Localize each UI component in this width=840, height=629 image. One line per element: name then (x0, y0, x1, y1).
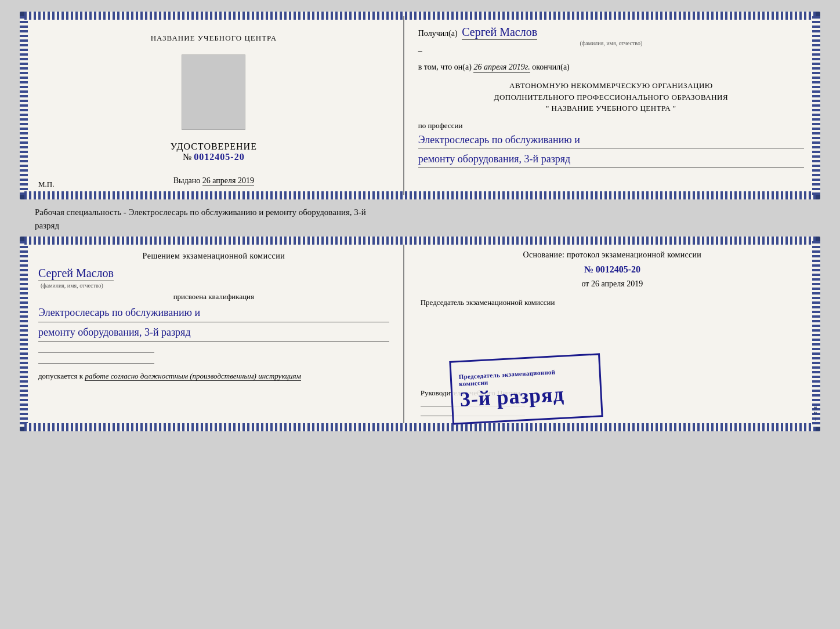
photo-placeholder (182, 54, 245, 130)
subtitle-line1: Рабочая специальность - Электрослесарь п… (35, 208, 828, 217)
fio-hint-top: (фамилия, имя, отчество) (418, 40, 804, 46)
ot-date: 26 апреля 2019 (591, 279, 643, 288)
org-name-top: НАЗВАНИЕ УЧЕБНОГО ЦЕНТРА (151, 34, 277, 43)
vtom-line: в том, что он(а) 26 апреля 2019г. окончи… (418, 63, 804, 73)
vtom-date: 26 апреля 2019г. (473, 63, 530, 73)
profession-line2: ремонту оборудования, 3-й разряд (418, 151, 804, 168)
vydano-date: 26 апреля 2019 (202, 176, 254, 186)
number-prefix: № (183, 152, 191, 162)
cert-bottom: Решением экзаменационной комиссии Сергей… (20, 237, 820, 431)
right-side-strip: и а ← (812, 241, 820, 427)
osnovanie-line: Основание: протокол экзаменационной коми… (421, 250, 804, 260)
ot-line: от 26 апреля 2019 (421, 279, 804, 289)
sig-line-1 (38, 352, 154, 352)
kvali-line1: Электрослесарь по обслуживанию и (38, 304, 389, 322)
vydano-label: Выдано (173, 176, 201, 185)
dopuskaetsya-line: допускается к работе согласно должностны… (38, 372, 389, 381)
prisvoena-line: присвоена квалификация (38, 292, 389, 301)
cert-number: 0012405-20 (194, 152, 244, 162)
udostoverenie-block: УДОСТОВЕРЕНИЕ № 0012405-20 (171, 141, 257, 162)
org-full-block: АВТОНОМНУЮ НЕКОММЕРЧЕСКУЮ ОРГАНИЗАЦИЮ ДО… (418, 80, 804, 114)
signature-lines (38, 352, 389, 363)
person-name-bottom: Сергей Маслов (38, 267, 114, 281)
po-professii-line: по профессии (418, 121, 804, 130)
udostoverenie-label: УДОСТОВЕРЕНИЕ (171, 141, 257, 152)
person-name-top: Сергей Маслов (462, 26, 537, 40)
cert-top-left-panel: НАЗВАНИЕ УЧЕБНОГО ЦЕНТРА УДОСТОВЕРЕНИЕ №… (24, 16, 404, 195)
org-line1: АВТОНОМНУЮ НЕКОММЕРЧЕСКУЮ ОРГАНИЗАЦИЮ (418, 80, 804, 92)
subtitle-block: Рабочая специальность - Электрослесарь п… (12, 204, 828, 232)
fio-hint-bottom: (фамилия, имя, отчество) (41, 282, 389, 289)
cert-top: НАЗВАНИЕ УЧЕБНОГО ЦЕНТРА УДОСТОВЕРЕНИЕ №… (20, 12, 820, 199)
border-bottom-left (20, 241, 28, 427)
vydano-line: Выдано 26 апреля 2019 (173, 176, 254, 186)
protocol-prefix: № (584, 264, 593, 274)
person-name-bottom-block: Сергей Маслов (фамилия, имя, отчество) (38, 267, 389, 289)
dopuskaetsya-label: допускается к (38, 372, 83, 380)
cert-bottom-right-panel: Основание: протокол экзаменационной коми… (404, 241, 816, 427)
cert-top-right-panel: Получил(а) Сергей Маслов (фамилия, имя, … (404, 16, 816, 195)
predsedatel-line: Председатель экзаменационной комиссии (421, 298, 804, 307)
document-container: НАЗВАНИЕ УЧЕБНОГО ЦЕНТРА УДОСТОВЕРЕНИЕ №… (12, 12, 828, 431)
poluchil-label: Получил(а) (418, 29, 458, 38)
protocol-number: № 0012405-20 (421, 264, 804, 275)
mp-label: М.П. (38, 180, 54, 189)
subtitle-line2: разряд (35, 221, 828, 231)
vtom-label: в том, что он(а) (418, 63, 472, 71)
cert-bottom-left-panel: Решением экзаменационной комиссии Сергей… (24, 241, 404, 427)
stamp: Председатель экзаменационной комиссии 3-… (449, 353, 603, 424)
po-professii-label: по профессии (418, 121, 463, 130)
profession-line1: Электрослесарь по обслуживанию и (418, 132, 804, 149)
kvali-line2: ремонту оборудования, 3-й разряд (38, 323, 389, 342)
sig-line-2 (38, 363, 154, 363)
dopusk-text: работе согласно должностным (производств… (85, 372, 300, 381)
okonchil-label: окончил(а) (532, 63, 570, 71)
protocol-num: 0012405-20 (596, 264, 640, 274)
org-line2: ДОПОЛНИТЕЛЬНОГО ПРОФЕССИОНАЛЬНОГО ОБРАЗО… (418, 92, 804, 103)
org-line3: " НАЗВАНИЕ УЧЕБНОГО ЦЕНТРА " (418, 103, 804, 114)
received-line: Получил(а) Сергей Маслов (фамилия, имя, … (418, 26, 804, 56)
predsedatel-label: Председатель экзаменационной комиссии (421, 298, 555, 307)
resheniem-line: Решением экзаменационной комиссии (38, 252, 389, 261)
ot-label: от (582, 279, 589, 288)
